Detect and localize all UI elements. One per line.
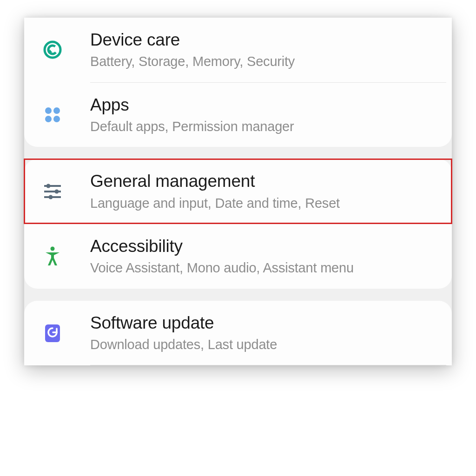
device-care-icon [36,39,69,61]
svg-point-12 [51,247,55,251]
settings-subtitle: Default apps, Permission manager [90,118,438,135]
svg-point-4 [45,116,52,122]
settings-title: Software update [90,313,438,333]
svg-point-0 [45,42,60,58]
settings-title: Device care [90,30,438,50]
settings-row-texts: General management Language and input, D… [69,171,438,212]
settings-row-texts: Software update Download updates, Last u… [69,313,438,353]
sliders-icon [36,180,69,203]
settings-row-texts: Device care Battery, Storage, Memory, Se… [69,30,438,70]
svg-point-5 [53,116,60,122]
accessibility-icon [36,245,69,267]
divider [90,365,446,365]
settings-row-device-care[interactable]: Device care Battery, Storage, Memory, Se… [24,18,452,82]
settings-group: Software update Download updates, Last u… [24,301,452,366]
svg-rect-13 [45,324,60,342]
svg-point-11 [49,195,53,199]
settings-subtitle: Language and input, Date and time, Reset [90,195,438,212]
settings-screen: Device care Battery, Storage, Memory, Se… [24,18,452,365]
settings-row-accessibility[interactable]: Accessibility Voice Assistant, Mono audi… [24,224,452,289]
settings-row-software-update[interactable]: Software update Download updates, Last u… [24,301,452,365]
apps-icon [36,104,69,126]
settings-subtitle: Battery, Storage, Memory, Security [90,53,438,70]
svg-point-10 [55,189,59,193]
settings-row-texts: Accessibility Voice Assistant, Mono audi… [69,236,438,277]
settings-row-apps[interactable]: Apps Default apps, Permission manager [24,83,452,147]
settings-row-general-management[interactable]: General management Language and input, D… [24,159,452,224]
settings-group: General management Language and input, D… [24,159,452,288]
settings-title: Apps [90,95,438,115]
settings-subtitle: Voice Assistant, Mono audio, Assistant m… [90,259,438,276]
settings-subtitle: Download updates, Last update [90,336,438,353]
update-icon [36,322,69,344]
settings-title: General management [90,171,438,192]
svg-point-2 [45,107,52,114]
settings-row-texts: Apps Default apps, Permission manager [69,95,438,135]
svg-point-1 [46,44,58,56]
svg-point-9 [46,184,51,188]
svg-point-3 [53,107,60,114]
settings-title: Accessibility [90,236,438,257]
settings-group: Device care Battery, Storage, Memory, Se… [24,18,452,147]
